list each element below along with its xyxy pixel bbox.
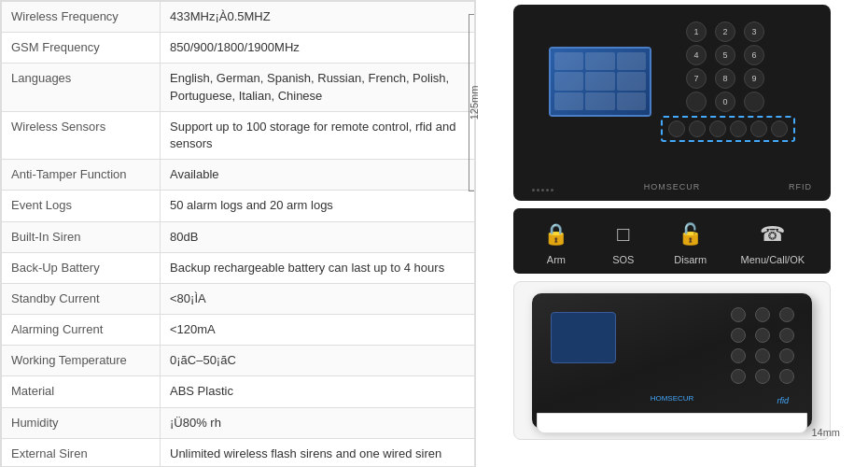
speaker-dots xyxy=(532,189,553,191)
spec-label: Anti-Tamper Function xyxy=(2,160,161,191)
rfid-label-bottom: rfid xyxy=(777,396,789,405)
spec-value: 50 alarm logs and 20 arm logs xyxy=(161,191,475,221)
table-row: Built-In Siren80dB xyxy=(2,221,475,252)
table-row: MaterialABS Plastic xyxy=(2,376,475,407)
arm-icon: 🔒 xyxy=(539,218,573,251)
icon-item-sos: □SOS xyxy=(607,218,640,265)
table-row: Standby Current<80¡ÌA xyxy=(2,283,475,314)
dim-125-label: 125mm xyxy=(469,86,480,120)
table-row: Wireless Frequency433MHz¡À0.5MHZ xyxy=(2,2,475,33)
sos-icon: □ xyxy=(607,218,640,251)
table-row: Back-Up BatteryBackup rechargeable batte… xyxy=(2,252,475,283)
device-body-screen xyxy=(551,312,616,363)
table-row: Anti-Tamper FunctionAvailable xyxy=(2,160,475,191)
device-body: rfid HOMSECUR xyxy=(532,293,812,429)
homsecur-label: HOMSECUR xyxy=(651,394,694,403)
spec-value: Backup rechargeable battery can last up … xyxy=(161,252,475,283)
spec-label: External Siren xyxy=(2,438,161,467)
arm-label: Arm xyxy=(547,254,566,265)
sos-label: SOS xyxy=(612,254,634,265)
disarm-label: Disarm xyxy=(674,254,707,265)
icons-row: 🔒Arm□SOS🔓Disarm☎Menu/Call/OK xyxy=(513,208,831,274)
table-row: Event Logs50 alarm logs and 20 arm logs xyxy=(2,191,475,221)
device-screen xyxy=(549,47,651,117)
table-row: GSM Frequency850/900/1800/1900MHz xyxy=(2,33,475,64)
device-body-keys xyxy=(731,307,798,384)
spec-value: Available xyxy=(161,160,475,191)
table-row: Working Temperature0¡ãC–50¡ãC xyxy=(2,346,475,376)
disarm-icon: 🔓 xyxy=(674,218,707,251)
logo-label: HOMSECUR xyxy=(644,182,701,191)
spec-value: 433MHz¡À0.5MHZ xyxy=(161,2,475,33)
spec-value: 80dB xyxy=(161,221,475,252)
spec-value: <120mA xyxy=(161,315,475,346)
icon-item-menucallok: ☎Menu/Call/OK xyxy=(741,218,805,265)
spec-label: Wireless Frequency xyxy=(2,2,161,33)
table-row: Alarming Current<120mA xyxy=(2,315,475,346)
spec-label: Working Temperature xyxy=(2,346,161,376)
spec-value: 850/900/1800/1900MHz xyxy=(161,33,475,64)
specs-table: Wireless Frequency433MHz¡À0.5MHZGSM Freq… xyxy=(1,1,475,467)
icon-item-disarm: 🔓Disarm xyxy=(674,218,707,265)
spec-label: Wireless Sensors xyxy=(2,111,161,159)
table-row: External SirenUnlimited wireless flash s… xyxy=(2,438,475,467)
rfid-label-top: RFID xyxy=(789,182,812,191)
dashed-row xyxy=(661,116,795,142)
device-white-base xyxy=(537,413,807,433)
spec-label: Material xyxy=(2,376,161,407)
spec-label: GSM Frequency xyxy=(2,33,161,64)
spec-label: Event Logs xyxy=(2,191,161,221)
table-row: LanguagesEnglish, German, Spanish, Russi… xyxy=(2,64,475,111)
spec-label: Alarming Current xyxy=(2,315,161,346)
table-row: Wireless SensorsSupport up to 100 storag… xyxy=(2,111,475,159)
spec-label: Humidity xyxy=(2,407,161,438)
dim-14-label: 14mm xyxy=(811,427,840,438)
right-panel: 125mm 123 45 xyxy=(476,0,868,467)
spec-label: Back-Up Battery xyxy=(2,252,161,283)
spec-label: Standby Current xyxy=(2,283,161,314)
specs-table-container: Wireless Frequency433MHz¡À0.5MHZGSM Freq… xyxy=(0,0,476,467)
spec-value: ¡Ü80% rh xyxy=(161,407,475,438)
spec-label: Built-In Siren xyxy=(2,221,161,252)
spec-value: 0¡ãC–50¡ãC xyxy=(161,346,475,376)
keypad-grid: 123 456 789 0 xyxy=(686,21,770,112)
spec-value: Unlimited wireless flash sirens and one … xyxy=(161,438,475,467)
spec-value: <80¡ÌA xyxy=(161,283,475,314)
table-row: Humidity¡Ü80% rh xyxy=(2,407,475,438)
menu/call/ok-label: Menu/Call/OK xyxy=(741,254,805,265)
icon-item-arm: 🔒Arm xyxy=(539,218,573,265)
device-bottom-image: rfid HOMSECUR xyxy=(513,281,831,440)
menu/call/ok-icon: ☎ xyxy=(756,218,790,251)
spec-label: Languages xyxy=(2,64,161,111)
device-top-image: 123 456 789 0 xyxy=(513,5,831,201)
spec-value: English, German, Spanish, Russian, Frenc… xyxy=(161,64,475,111)
spec-value: ABS Plastic xyxy=(161,376,475,407)
spec-value: Support up to 100 storage for remote con… xyxy=(161,111,475,159)
